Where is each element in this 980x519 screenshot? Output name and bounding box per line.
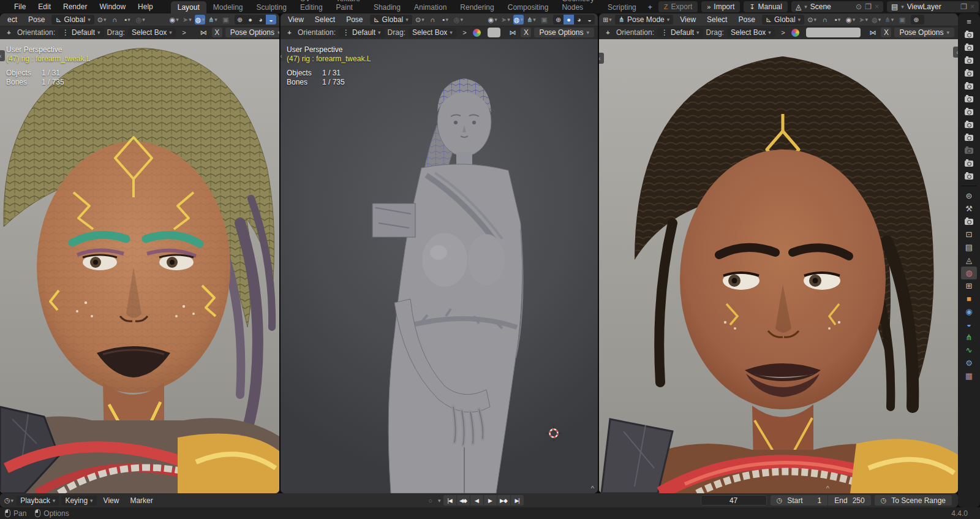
start-frame-field[interactable]: ◷ Start 1 — [771, 495, 828, 506]
object-visibility-dropdown[interactable]: ◉▾ — [169, 15, 179, 25]
fluid-properties-tab[interactable]: ◒ — [961, 318, 977, 331]
armature-display-dropdown[interactable]: ⋔▾ — [526, 15, 537, 25]
tab-layout[interactable]: Layout — [171, 1, 206, 13]
solid-shading-icon[interactable]: ● — [921, 15, 924, 25]
view-menu[interactable]: View — [676, 15, 700, 25]
scene-selector[interactable]: ◬▾ Scene ⊙❐× — [791, 1, 883, 12]
drag-mode-dropdown[interactable]: Select Box▾ — [409, 28, 456, 37]
snap-magnet-icon[interactable]: ∩ — [110, 15, 120, 25]
camera-object-icon[interactable] — [961, 80, 977, 93]
tab-rendering[interactable]: Rendering — [453, 1, 500, 13]
solid-shading-icon[interactable]: ● — [245, 15, 255, 25]
keying-dropdown[interactable]: Keying▾ — [61, 496, 96, 506]
editor-type-dropdown[interactable]: ⊞▾ — [602, 15, 612, 25]
mirror-x-toggle[interactable]: X — [521, 28, 531, 37]
current-frame-field[interactable]: 47 — [701, 495, 767, 506]
toggle-xray-icon[interactable]: ▣ — [539, 15, 549, 25]
select-menu[interactable]: Select — [311, 15, 339, 25]
proportional-editing-icon[interactable]: ◎▾ — [453, 15, 464, 25]
tab-sculpting[interactable]: Sculpting — [250, 1, 293, 13]
properties-toggles-icon[interactable]: ⊜ — [961, 189, 977, 202]
show-gizmo-dropdown[interactable]: ➤▾ — [500, 15, 511, 25]
mirror-x-toggle[interactable]: X — [212, 28, 222, 37]
menu-render[interactable]: Render — [58, 1, 92, 12]
material-preview-icon[interactable]: ◕ — [574, 15, 584, 25]
toolbar-expand-chevron[interactable]: ‹ — [599, 53, 604, 64]
tab-scripting[interactable]: Scripting — [601, 1, 643, 13]
outliner-editor-icon[interactable]: ≡ — [961, 15, 977, 28]
menu-file[interactable]: File — [9, 1, 31, 12]
solid-shading-icon[interactable]: ● — [564, 15, 574, 25]
viewport-middle-canvas[interactable]: User Perspective (47) rig : forearm_twea… — [281, 39, 598, 493]
menu-window[interactable]: Window — [94, 1, 131, 12]
tab-texture-paint[interactable]: Texture Paint — [330, 0, 367, 13]
viewport-right-canvas[interactable]: ‹ ‹ ^ — [599, 39, 958, 493]
output-properties-tab[interactable]: ⊡ — [961, 228, 977, 241]
armature-display-dropdown[interactable]: ⋔▾ — [208, 15, 218, 25]
camera-object-icon[interactable] — [961, 93, 977, 105]
corner-resize-chevron[interactable]: ^ — [826, 485, 829, 492]
orientation-value-dropdown[interactable]: ⋮ Default▾ — [58, 28, 104, 37]
auto-keying-dropdown[interactable]: ▾ — [438, 498, 441, 504]
pivot-point-dropdown[interactable]: ⊙▾ — [415, 15, 425, 25]
object-data-properties-tab[interactable]: ⋔ — [961, 331, 977, 344]
rendered-shading-icon[interactable]: ◒ — [266, 15, 276, 25]
show-overlays-dropdown[interactable]: ◍▾ — [871, 15, 881, 25]
tab-compositing[interactable]: Compositing — [501, 1, 556, 13]
move-tool-gizmo-icon[interactable]: + — [603, 28, 613, 37]
camera-object-icon[interactable] — [961, 41, 977, 54]
timeline-marker-menu[interactable]: Marker — [126, 496, 157, 506]
material-preview-icon[interactable]: ◕ — [255, 15, 266, 25]
toggle-xray-icon[interactable]: ▣ — [897, 15, 907, 25]
object-visibility-dropdown[interactable]: ◉▾ — [488, 15, 498, 25]
end-frame-field[interactable]: End 250 — [828, 495, 870, 506]
camera-object-icon-hidden[interactable] — [961, 144, 977, 157]
to-scene-range-button[interactable]: ◷ To Scene Range — [875, 495, 952, 506]
expand-chevron-icon[interactable]: > — [459, 28, 470, 37]
pose-menu[interactable]: Pose — [342, 15, 367, 25]
tab-shading[interactable]: Shading — [367, 1, 407, 13]
export-button[interactable]: Z Export — [658, 1, 698, 12]
tab-animation[interactable]: Animation — [407, 1, 453, 13]
auto-keying-record-icon[interactable]: ○ — [425, 496, 435, 506]
expand-chevron-icon[interactable]: > — [179, 28, 189, 37]
show-gizmo-dropdown[interactable]: ➤▾ — [858, 15, 869, 25]
pivot-point-dropdown[interactable]: ⊙▾ — [97, 15, 107, 25]
show-overlays-dropdown[interactable]: ◍▾ — [195, 15, 205, 25]
pose-options-dropdown[interactable]: Pose Options▾ — [225, 28, 279, 37]
view-layer-selector[interactable]: ▤▾ ViewLayer ❐× — [887, 1, 979, 12]
tool-properties-tab[interactable]: ⚒ — [961, 202, 977, 215]
new-layer-icon[interactable]: ❐ — [960, 2, 967, 11]
pose-menu[interactable]: Pose — [24, 15, 49, 25]
texture-properties-tab[interactable]: ▦ — [961, 369, 977, 382]
tab-uv-editing[interactable]: UV Editing — [293, 0, 330, 13]
snap-magnet-icon[interactable]: ∩ — [428, 15, 438, 25]
wireframe-shading-icon[interactable]: ⊕ — [553, 15, 564, 25]
collection-properties-tab[interactable]: ⊞ — [961, 279, 977, 292]
viewport-left-canvas[interactable]: User Perspective (47) rig : forearm_twea… — [0, 39, 279, 493]
camera-object-icon[interactable] — [961, 67, 977, 80]
camera-object-icon[interactable] — [961, 28, 977, 41]
show-overlays-dropdown[interactable]: ◍▾ — [513, 15, 524, 25]
previous-keyframe-button[interactable]: ◀◆ — [457, 495, 470, 506]
play-reverse-button[interactable]: ◀ — [470, 495, 483, 506]
corner-resize-chevron[interactable]: ^ — [591, 485, 594, 492]
object-visibility-dropdown[interactable]: ◉▾ — [845, 15, 856, 25]
drag-mode-dropdown[interactable]: Select Box▾ — [727, 28, 775, 37]
tab-geometry-nodes[interactable]: Geometry Nodes — [555, 0, 601, 13]
import-button[interactable]: » Import — [701, 1, 740, 12]
mirror-x-toggle[interactable]: X — [881, 28, 891, 37]
world-properties-tab[interactable]: ◍ — [961, 267, 977, 279]
view-layer-properties-tab[interactable]: ▤ — [961, 241, 977, 254]
snap-target-dropdown[interactable]: ▪▾ — [123, 15, 133, 25]
timeline-editor-type-dropdown[interactable]: ◷▾ — [4, 496, 14, 506]
camera-object-icon[interactable] — [961, 157, 977, 170]
view-menu[interactable]: View — [284, 15, 308, 25]
rendered-shading-icon[interactable]: ◒ — [584, 15, 595, 25]
orientation-value-dropdown[interactable]: ⋮ Default▾ — [339, 28, 385, 37]
sidebar-expand-chevron[interactable]: ‹ — [953, 47, 958, 58]
bone-constraint-properties-tab[interactable]: ⚙ — [961, 357, 977, 369]
snap-target-dropdown[interactable]: ▪▾ — [832, 15, 843, 25]
transform-orientation-dropdown[interactable]: ⊾ Global▾ — [762, 15, 804, 25]
proportional-editing-icon[interactable]: ◎▾ — [135, 15, 146, 25]
